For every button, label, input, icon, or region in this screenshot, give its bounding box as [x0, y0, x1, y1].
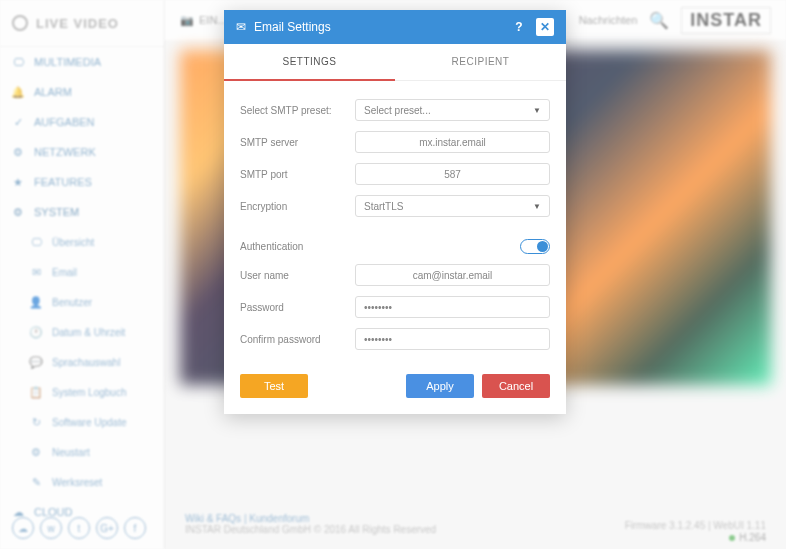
label-confirm: Confirm password [240, 334, 355, 345]
password-input[interactable] [355, 296, 550, 318]
label-password: Password [240, 302, 355, 313]
close-button[interactable]: ✕ [536, 18, 554, 36]
chevron-down-icon: ▼ [533, 106, 541, 115]
label-auth: Authentication [240, 241, 355, 252]
smtp-port-input[interactable] [355, 163, 550, 185]
label-preset: Select SMTP preset: [240, 105, 355, 116]
label-encryption: Encryption [240, 201, 355, 212]
label-user: User name [240, 270, 355, 281]
email-settings-modal: ✉ Email Settings ? ✕ SETTINGS RECIPIENT … [224, 10, 566, 414]
confirm-password-input[interactable] [355, 328, 550, 350]
help-button[interactable]: ? [510, 18, 528, 36]
modal-actions: Test Apply Cancel [224, 374, 566, 414]
modal-body: Select SMTP preset: Select preset...▼ SM… [224, 81, 566, 374]
modal-header: ✉ Email Settings ? ✕ [224, 10, 566, 44]
username-input[interactable] [355, 264, 550, 286]
label-port: SMTP port [240, 169, 355, 180]
smtp-server-input[interactable] [355, 131, 550, 153]
modal-tabs: SETTINGS RECIPIENT [224, 44, 566, 81]
cancel-button[interactable]: Cancel [482, 374, 550, 398]
label-server: SMTP server [240, 137, 355, 148]
chevron-down-icon: ▼ [533, 202, 541, 211]
tab-settings[interactable]: SETTINGS [224, 44, 395, 81]
smtp-preset-select[interactable]: Select preset...▼ [355, 99, 550, 121]
apply-button[interactable]: Apply [406, 374, 474, 398]
authentication-toggle[interactable] [520, 239, 550, 254]
modal-title: Email Settings [254, 20, 331, 34]
test-button[interactable]: Test [240, 374, 308, 398]
mail-icon: ✉ [236, 20, 246, 34]
encryption-select[interactable]: StartTLS▼ [355, 195, 550, 217]
tab-recipient[interactable]: RECIPIENT [395, 44, 566, 80]
